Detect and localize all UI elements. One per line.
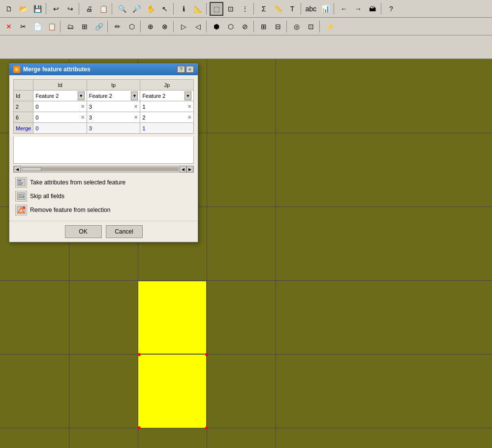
- selected-cell-1: [138, 281, 206, 354]
- toolbar-btn-zoom-out[interactable]: 🔎: [129, 2, 143, 16]
- cancel-button[interactable]: Cancel: [106, 225, 143, 238]
- toolbar-btn-props[interactable]: 📋: [96, 2, 110, 16]
- toolbar-btn-edit-del[interactable]: ✕: [2, 20, 16, 33]
- cell-6-1: 0 ✕: [33, 112, 87, 123]
- dialog-titlebar: ⊞ Merge feature attributes ? ×: [9, 63, 198, 75]
- toolbar-btn-open[interactable]: 📂: [16, 2, 30, 16]
- sep7: [301, 3, 303, 15]
- red-dot-1: [138, 353, 141, 356]
- toolbar-btn-layers[interactable]: 🗂: [63, 20, 77, 33]
- toolbar-btn-merge[interactable]: ⊞: [257, 20, 271, 33]
- cell-id-1[interactable]: Feature 2 ▼: [33, 90, 87, 101]
- toolbar-btn-split[interactable]: ⊟: [271, 20, 285, 33]
- toolbar-btn-d[interactable]: 📊: [318, 2, 332, 16]
- toolbar-btn-label[interactable]: T: [285, 2, 299, 16]
- sep1: [46, 3, 48, 15]
- svg-rect-1: [18, 180, 21, 181]
- toolbar-btn-g[interactable]: 🏔: [366, 2, 379, 16]
- toolbar-btn-e[interactable]: ←: [337, 2, 351, 16]
- toolbar-btn-new[interactable]: 🗋: [2, 2, 16, 16]
- toolbar-btn-undo[interactable]: ↩: [49, 2, 63, 16]
- scroll-left[interactable]: ◀: [14, 166, 21, 173]
- remove-feature-label: Remove feature from selection: [30, 207, 110, 213]
- toolbar-btn-calc[interactable]: 📏: [271, 2, 285, 16]
- dropdown-arrow-3[interactable]: ▼: [184, 91, 191, 100]
- toolbar-btn-geom3[interactable]: ⊘: [238, 20, 252, 33]
- toolbar-btn-save[interactable]: 💾: [31, 2, 44, 16]
- toolbar-btn-b[interactable]: ⊡: [224, 2, 238, 16]
- take-attrs-icon: [15, 177, 27, 188]
- toolbar-btn-f[interactable]: →: [351, 2, 365, 16]
- cell-id-2[interactable]: Feature 2 ▼: [87, 90, 140, 101]
- toolbar-btn-ring[interactable]: ◎: [290, 20, 304, 33]
- toolbar-btn-layers3[interactable]: 🔗: [92, 20, 106, 33]
- help-button[interactable]: ?: [177, 66, 185, 73]
- sep3: [112, 3, 114, 15]
- sep4: [173, 3, 175, 15]
- toolbar-btn-redo[interactable]: ↪: [63, 2, 77, 16]
- sep10: [60, 21, 62, 32]
- toolbar-btn-snap[interactable]: ⊕: [144, 20, 157, 33]
- dropdown-id-2: Feature 2: [89, 93, 130, 99]
- ok-button[interactable]: OK: [65, 225, 102, 238]
- dropdown-arrow-2[interactable]: ▼: [131, 91, 138, 100]
- sep16: [286, 21, 288, 32]
- red-dot-4: [138, 426, 141, 429]
- toolbar-btn-plugin[interactable]: ⚡: [323, 20, 337, 33]
- toolbar-btn-c[interactable]: ⋮: [238, 2, 252, 16]
- toolbar-btn-pan[interactable]: ✋: [144, 2, 157, 16]
- clear-6-2[interactable]: ✕: [134, 115, 138, 120]
- toolbar-btn-edit-copy[interactable]: 📄: [31, 20, 44, 33]
- toolbar-btn-ring2[interactable]: ⊡: [304, 20, 318, 33]
- toolbar-btn-vertex2[interactable]: ◁: [191, 20, 205, 33]
- cell-merge-3: 1: [140, 123, 194, 134]
- col-header-jp: Jp: [140, 80, 194, 90]
- toolbar-btn-edit-paste[interactable]: 📋: [45, 20, 59, 33]
- scroll-right-2[interactable]: ▶: [186, 166, 193, 173]
- toolbar-btn-layers2[interactable]: ⊞: [78, 20, 92, 33]
- grid-h-4: [0, 354, 492, 355]
- clear-6-1[interactable]: ✕: [81, 115, 85, 120]
- toolbar-btn-edit-cut[interactable]: ✂: [16, 20, 30, 33]
- clear-6-3[interactable]: ✕: [187, 115, 191, 120]
- dialog-title-left: ⊞ Merge feature attributes: [13, 66, 91, 73]
- toolbar-btn-info[interactable]: ℹ: [177, 2, 190, 16]
- toolbar-btn-geom[interactable]: ⬢: [210, 20, 223, 33]
- clear-2-3[interactable]: ✕: [187, 104, 191, 109]
- sep5: [206, 3, 208, 15]
- toolbar-btn-snap2[interactable]: ⊗: [158, 20, 172, 33]
- toolbar-area: 🗋 📂 💾 ↩ ↪ 🖨 📋 🔍 🔎 ✋ ↖ ℹ 📐 ⬚ ⊡ ⋮ Σ 📏 T ab…: [0, 0, 492, 59]
- toolbar-btn-active[interactable]: ⬚: [210, 2, 223, 16]
- toolbar-btn-vertex[interactable]: ▷: [177, 20, 190, 33]
- remove-feature-row[interactable]: Remove feature from selection: [13, 203, 194, 217]
- clear-2-1[interactable]: ✕: [81, 104, 85, 109]
- toolbar-row-2: ✕ ✂ 📄 📋 🗂 ⊞ 🔗 ✏ ⬡ ⊕ ⊗ ▷ ◁ ⬢ ⬡ ⊘ ⊞ ⊟ ◎ ⊡ …: [0, 18, 492, 35]
- grid-v-4: [276, 59, 276, 448]
- scroll-track[interactable]: [22, 167, 179, 171]
- svg-rect-2: [18, 182, 23, 183]
- selected-cell-2: [138, 355, 206, 428]
- remove-feature-svg: [17, 206, 26, 214]
- toolbar-btn-text[interactable]: abc: [304, 2, 318, 16]
- toolbar-btn-print[interactable]: 🖨: [82, 2, 96, 16]
- scrollbar-horizontal[interactable]: ◀ ◀ ▶: [13, 166, 194, 173]
- close-button[interactable]: ×: [186, 66, 194, 73]
- sep11: [107, 21, 109, 32]
- scroll-right-1[interactable]: ◀: [180, 166, 186, 173]
- val-2-2: 3: [89, 104, 92, 110]
- toolbar-btn-select[interactable]: ↖: [158, 2, 172, 16]
- toolbar-btn-measure[interactable]: 📐: [191, 2, 205, 16]
- scroll-thumb[interactable]: [22, 167, 41, 171]
- toolbar-btn-geom2[interactable]: ⬡: [224, 20, 238, 33]
- dropdown-arrow-1[interactable]: ▼: [78, 91, 85, 100]
- cell-id-3[interactable]: Feature 2 ▼: [140, 90, 194, 101]
- skip-fields-row[interactable]: Skip all fields: [13, 189, 194, 203]
- col-header-ip: Ip: [87, 80, 140, 90]
- toolbar-btn-attr[interactable]: Σ: [257, 2, 271, 16]
- toolbar-btn-zoom-in[interactable]: 🔍: [115, 2, 129, 16]
- toolbar-btn-digitize2[interactable]: ⬡: [125, 20, 139, 33]
- toolbar-btn-digitize[interactable]: ✏: [111, 20, 124, 33]
- clear-2-2[interactable]: ✕: [134, 104, 138, 109]
- take-attrs-row[interactable]: Take attributes from selected feature: [13, 176, 194, 189]
- toolbar-btn-help[interactable]: ?: [384, 2, 398, 16]
